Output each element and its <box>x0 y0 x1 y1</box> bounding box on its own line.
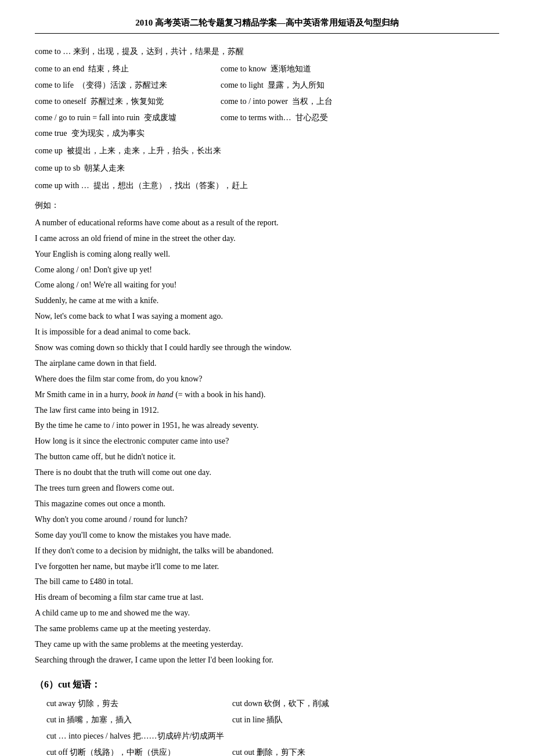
cut-phrase-row-2: cut in 插嘴，加塞，插入 cut in line 插队 <box>46 712 499 728</box>
example-sentence: A child came up to me and showed me the … <box>35 606 499 621</box>
example-sentence: The button came off, but he didn't notic… <box>35 449 499 465</box>
cut-phrase-item: cut off 切断（线路），中断（供应） <box>46 745 209 756</box>
page-title: 2010 高考英语二轮专题复习精品学案—高中英语常用短语及句型归纳 <box>35 17 499 34</box>
phrase-text: come to … 来到，出现，提及，达到，共计，结果是，苏醒 <box>35 47 244 56</box>
phrase-item: come to know 逐渐地知道 <box>221 62 383 77</box>
example-sentence: Mr Smith came in in a hurry, book in han… <box>35 387 499 402</box>
phrase-row-2: come to an end 结束，终止 come to know 逐渐地知道 <box>35 62 499 77</box>
examples-section: A number of educational reforms have com… <box>35 215 499 668</box>
phrase-text: come up 被提出，上来，走来，上升，抬头，长出来 <box>35 146 221 155</box>
phrase-text: come true 变为现实，成为事实 <box>35 129 145 138</box>
cut-phrase-item: cut out 删除，剪下来 <box>232 745 395 756</box>
phrase-row-9: come up with … 提出，想出（主意），找出（答案），赶上 <box>35 178 499 193</box>
phrase-item: come to / into power 当权，上台 <box>221 94 383 109</box>
example-sentence: Why don't you come around / round for lu… <box>35 512 499 527</box>
example-sentence: How long is it since the electronic comp… <box>35 434 499 449</box>
phrase-text: come up to sb 朝某人走来 <box>35 164 125 172</box>
example-sentence: Snow was coming down so thickly that I c… <box>35 340 499 355</box>
phrase-item: come to terms with… 甘心忍受 <box>221 110 383 125</box>
content-area: come to … 来到，出现，提及，达到，共计，结果是，苏醒 come to … <box>35 44 499 756</box>
example-sentence: This magazine comes out once a month. <box>35 496 499 512</box>
example-sentence: Now, let's come back to what I was sayin… <box>35 309 499 324</box>
cut-phrase-text: cut … into pieces / halves 把……切成碎片/切成两半 <box>46 732 224 740</box>
example-sentence: The same problems came up at the meeting… <box>35 621 499 636</box>
phrase-item: come to an end 结束，终止 <box>35 62 197 77</box>
phrase-row-3: come to life （变得）活泼，苏醒过来 come to light 显… <box>35 78 499 93</box>
phrase-item: come / go to ruin = fall into ruin 变成废墟 <box>35 110 197 125</box>
example-sentence: Some day you'll come to know the mistake… <box>35 528 499 543</box>
example-sentence: The bill came to £480 in total. <box>35 574 499 589</box>
italic-text: book in hand <box>131 390 174 399</box>
example-label: 例如： <box>35 198 499 213</box>
phrase-row-7: come up 被提出，上来，走来，上升，抬头，长出来 <box>35 143 499 159</box>
phrase-row-1: come to … 来到，出现，提及，达到，共计，结果是，苏醒 <box>35 44 499 59</box>
phrase-row-8: come up to sb 朝某人走来 <box>35 161 499 176</box>
come-phrases-section: come to … 来到，出现，提及，达到，共计，结果是，苏醒 come to … <box>35 44 499 193</box>
example-sentence: Searching through the drawer, I came upo… <box>35 653 499 668</box>
example-sentence: By the time he came to / into power in 1… <box>35 418 499 433</box>
cut-phrase-item: cut away 切除，剪去 <box>46 696 209 711</box>
cut-phrase-item: cut down 砍倒，砍下，削减 <box>232 696 395 711</box>
example-sentence: I've forgotten her name, but maybe it'll… <box>35 559 499 574</box>
cut-section-header: （6）cut 短语： <box>35 676 499 693</box>
example-sentence: They came up with the same problems at t… <box>35 637 499 652</box>
phrase-item: come to light 显露，为人所知 <box>221 78 383 93</box>
cut-phrase-row-1: cut away 切除，剪去 cut down 砍倒，砍下，削减 <box>46 696 499 711</box>
example-sentence: The trees turn green and flowers come ou… <box>35 481 499 496</box>
phrase-text: come up with … 提出，想出（主意），找出（答案），赶上 <box>35 181 248 190</box>
example-sentence: Come along / on! We're all waiting for y… <box>35 278 499 293</box>
example-sentence: Where does the film star come from, do y… <box>35 372 499 387</box>
example-sentence: The law first came into being in 1912. <box>35 403 499 418</box>
example-sentence: It is impossible for a dead animal to co… <box>35 325 499 340</box>
example-sentence: If they don't come to a decision by midn… <box>35 543 499 559</box>
cut-phrase-item: cut in line 插队 <box>232 712 395 728</box>
cut-phrase-item: cut in 插嘴，加塞，插入 <box>46 712 209 728</box>
phrase-row-6: come true 变为现实，成为事实 <box>35 126 499 141</box>
example-sentence: Your English is coming along really well… <box>35 247 499 262</box>
cut-phrase-row-4: cut off 切断（线路），中断（供应） cut out 删除，剪下来 <box>46 745 499 756</box>
cut-phrases-section: cut away 切除，剪去 cut down 砍倒，砍下，削减 cut in … <box>46 696 499 756</box>
phrase-item: come to life （变得）活泼，苏醒过来 <box>35 78 197 93</box>
phrase-row-5: come / go to ruin = fall into ruin 变成废墟 … <box>35 110 499 125</box>
example-sentence: Come along / on! Don't give up yet! <box>35 262 499 278</box>
phrase-row-4: come to oneself 苏醒过来，恢复知觉 come to / into… <box>35 94 499 109</box>
example-sentence: A number of educational reforms have com… <box>35 215 499 231</box>
example-sentence: The airplane came down in that field. <box>35 356 499 371</box>
example-sentence: There is no doubt that the truth will co… <box>35 465 499 480</box>
cut-phrase-row-3: cut … into pieces / halves 把……切成碎片/切成两半 <box>46 729 499 744</box>
example-sentence: Suddenly, he came at me with a knife. <box>35 293 499 308</box>
example-sentence: His dream of becoming a film star came t… <box>35 590 499 605</box>
example-sentence: I came across an old friend of mine in t… <box>35 231 499 246</box>
phrase-item: come to oneself 苏醒过来，恢复知觉 <box>35 94 197 109</box>
